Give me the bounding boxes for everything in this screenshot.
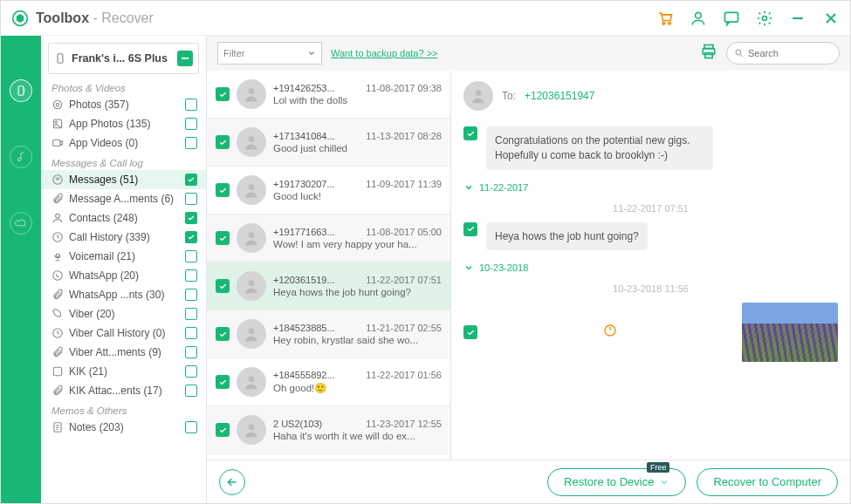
message-item[interactable]: +191730207...11-09-2017 11:39Good luck! <box>207 167 450 215</box>
message-check[interactable] <box>216 423 230 437</box>
minimize-icon[interactable] <box>789 10 806 27</box>
sidebar-check[interactable] <box>185 231 197 243</box>
device-collapse-icon[interactable]: − <box>177 51 193 66</box>
sidebar-check[interactable] <box>185 99 197 111</box>
bubble-check[interactable] <box>463 325 477 339</box>
rail-device-icon[interactable] <box>10 79 32 102</box>
chat-image[interactable] <box>742 303 838 362</box>
message-check[interactable] <box>216 87 230 101</box>
svg-point-35 <box>476 90 482 96</box>
sidebar-check[interactable] <box>185 421 197 433</box>
avatar-icon <box>237 127 266 157</box>
print-icon[interactable] <box>700 43 717 64</box>
sidebar-check[interactable] <box>185 174 197 186</box>
message-check[interactable] <box>216 183 230 197</box>
date-divider[interactable]: 10-23-2018 <box>451 255 850 280</box>
message-preview: Hey robin, krystlar said she wo... <box>273 335 442 345</box>
gear-icon[interactable] <box>756 10 773 27</box>
sidebar-item[interactable]: Notes (203) <box>41 418 206 437</box>
rail-cloud-icon[interactable] <box>10 212 32 235</box>
app-logo-icon <box>11 10 29 27</box>
message-check[interactable] <box>216 327 230 341</box>
message-check[interactable] <box>216 135 230 149</box>
message-list: +191426253...11-08-2017 09:38Lol with th… <box>207 71 451 460</box>
app-title: Toolbox - Recover <box>36 10 154 26</box>
sidebar-item[interactable]: Photos (357) <box>41 95 206 114</box>
device-selector[interactable]: Frank's i... 6S Plus − <box>48 43 199 74</box>
message-time: 11-21-2017 02:55 <box>366 323 442 333</box>
sidebar-item[interactable]: Viber Call History (0) <box>41 324 206 343</box>
message-item[interactable]: +191426253...11-08-2017 09:38Lol with th… <box>207 71 450 119</box>
chat-bubble: Congratulations on the potential new gig… <box>486 126 713 170</box>
sidebar-item[interactable]: KIK (21) <box>41 362 206 381</box>
user-icon[interactable] <box>690 10 707 27</box>
sidebar-check[interactable] <box>185 193 197 205</box>
message-time: 11-08-2017 05:00 <box>366 227 442 237</box>
sidebar-check[interactable] <box>185 289 197 301</box>
svg-point-10 <box>56 103 59 106</box>
sidebar-item-label: Viber (20) <box>69 308 114 320</box>
sidebar-item[interactable]: Viber (20) <box>41 304 206 324</box>
sidebar-check[interactable] <box>185 212 197 224</box>
rail-music-icon[interactable] <box>10 146 32 168</box>
sidebar: Frank's i... 6S Plus − Photos & VideosPh… <box>41 36 207 503</box>
sidebar-item[interactable]: App Videos (0) <box>41 133 206 153</box>
backup-link[interactable]: Want to backup data? >> <box>331 48 438 58</box>
sidebar-check[interactable] <box>185 308 197 320</box>
filter-dropdown[interactable]: Filter <box>217 42 322 65</box>
message-check[interactable] <box>216 231 230 245</box>
sidebar-item[interactable]: WhatsApp ...nts (30) <box>41 285 206 304</box>
sidebar-item[interactable]: Messages (51) <box>41 170 206 189</box>
message-item[interactable]: +184555892...11-22-2017 01:56Oh good!🙂 <box>207 358 450 406</box>
message-item[interactable]: +171341084...11-13-2017 08:28Good just c… <box>207 119 450 167</box>
sidebar-item[interactable]: App Photos (135) <box>41 114 206 133</box>
svg-point-12 <box>55 121 57 123</box>
chat-to-label: To: <box>502 90 516 102</box>
cart-icon[interactable] <box>656 10 674 27</box>
device-name: Frank's i... 6S Plus <box>72 52 168 65</box>
avatar-icon <box>237 223 266 253</box>
sidebar-item[interactable]: Viber Att...ments (9) <box>41 343 206 362</box>
message-time: 11-22-2017 01:56 <box>366 370 442 380</box>
sidebar-item[interactable]: Message A...ments (6) <box>41 189 206 208</box>
sidebar-check[interactable] <box>185 385 197 397</box>
sidebar-item[interactable]: Call History (339) <box>41 228 206 247</box>
sidebar-check[interactable] <box>185 250 197 262</box>
date-divider[interactable]: 11-22-2017 <box>451 175 850 200</box>
message-item[interactable]: +191771663...11-08-2017 05:00Wow! I am v… <box>207 215 450 262</box>
search-box[interactable] <box>726 42 840 65</box>
sidebar-check[interactable] <box>185 365 197 378</box>
svg-point-31 <box>249 328 255 334</box>
sidebar-item[interactable]: Voicemail (21) <box>41 247 206 266</box>
sidebar-check[interactable] <box>185 269 197 282</box>
sidebar-item[interactable]: Contacts (248) <box>41 208 206 228</box>
bubble-check[interactable] <box>463 222 477 236</box>
sidebar-check[interactable] <box>185 346 197 358</box>
message-phone: +191730207... <box>273 179 335 189</box>
sidebar-item[interactable]: KIK Attac...ents (17) <box>41 381 206 400</box>
recover-to-computer-button[interactable]: Recover to Computer <box>697 468 838 496</box>
chat-icon[interactable] <box>723 10 740 27</box>
sidebar-check[interactable] <box>185 118 197 130</box>
message-item[interactable]: 2 US2(103)11-23-2017 12:55Haha it's wort… <box>207 406 450 454</box>
bubble-check[interactable] <box>463 126 477 140</box>
sidebar-item[interactable]: WhatsApp (20) <box>41 266 206 285</box>
message-check[interactable] <box>216 279 230 293</box>
svg-rect-20 <box>53 367 61 375</box>
back-button[interactable] <box>219 469 245 495</box>
message-check[interactable] <box>216 375 230 389</box>
sidebar-section-header: Memos & Others <box>41 400 206 418</box>
avatar-icon <box>237 415 266 445</box>
restore-to-device-button[interactable]: Restore to Device Free <box>547 468 686 496</box>
message-item[interactable]: +184523885...11-21-2017 02:55Hey robin, … <box>207 310 450 358</box>
message-preview: Good luck! <box>273 191 442 201</box>
svg-point-15 <box>56 214 60 218</box>
power-icon <box>603 324 617 341</box>
close-icon[interactable] <box>822 10 840 27</box>
sidebar-check[interactable] <box>185 327 197 339</box>
message-item[interactable]: +120361519...11-22-2017 07:51Heya hows t… <box>207 262 450 310</box>
sidebar-check[interactable] <box>185 137 197 149</box>
message-phone: +120361519... <box>273 275 335 285</box>
svg-rect-8 <box>58 54 63 64</box>
search-input[interactable] <box>748 48 827 58</box>
